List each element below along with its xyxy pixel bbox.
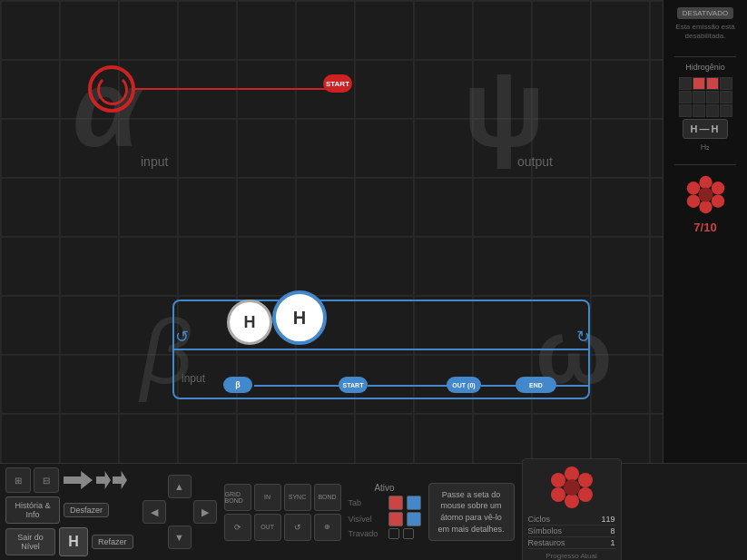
- flower-count: 7/10: [693, 221, 716, 234]
- beta-node-label: β: [235, 380, 241, 389]
- svg-point-12: [551, 473, 565, 487]
- node-start-label: START: [343, 382, 364, 388]
- node-end[interactable]: END: [516, 377, 556, 393]
- arrow-left[interactable]: ◀: [143, 500, 166, 524]
- ativo-row-travado: Travado: [349, 528, 421, 539]
- hh-bond-display: H—H: [683, 119, 729, 139]
- stats-row-ciclos: Ciclos 119: [528, 514, 615, 526]
- step-arrow-1[interactable]: [96, 471, 111, 489]
- hh-cell: [693, 104, 705, 117]
- desfazer-button[interactable]: Desfazer: [64, 503, 109, 517]
- refazer-button[interactable]: Refazer: [92, 535, 133, 549]
- svg-point-5: [686, 182, 699, 194]
- hh-grid: [679, 77, 732, 117]
- arrow-empty-2: [193, 475, 217, 498]
- conn-line-4: [555, 385, 590, 387]
- hh-cell: [679, 91, 692, 103]
- node-beta[interactable]: β: [223, 377, 252, 393]
- play-arrow[interactable]: [64, 471, 93, 489]
- h2-sublabel: H₂: [701, 142, 711, 152]
- action-btn-2[interactable]: IN: [254, 484, 281, 511]
- h-element-box[interactable]: H: [59, 527, 88, 556]
- svg-point-4: [686, 194, 699, 207]
- stats-row-simbolos: Símbolos 8: [528, 526, 615, 537]
- hh-cell: [693, 91, 705, 103]
- circuit-arrow-right: ↻: [576, 327, 590, 347]
- hh-cell: [720, 104, 732, 117]
- hh-cell: [706, 104, 719, 117]
- simbolos-val: 8: [611, 526, 615, 535]
- step-arrow-2[interactable]: [113, 471, 127, 489]
- tab-color-swatch-red[interactable]: [388, 496, 403, 510]
- action-btn-8[interactable]: ⊕: [314, 514, 341, 541]
- action-btn-3[interactable]: SYNC: [284, 484, 311, 511]
- stats-panel: Ciclos 119 Símbolos 8 Restauros 1 Progre…: [522, 458, 622, 561]
- disabled-text: Esta emissão está desabilitada.: [667, 23, 743, 42]
- ciclos-label: Ciclos: [528, 515, 551, 524]
- icon-1[interactable]: ⊞: [5, 467, 31, 493]
- arrow-right[interactable]: ▶: [193, 500, 217, 524]
- arrow-empty-1: [143, 475, 166, 498]
- step-arrows: [96, 471, 127, 489]
- tab-label: Tab: [349, 498, 385, 507]
- node-out[interactable]: OUT (0): [447, 377, 481, 393]
- circuit-arrow-left: ↺: [175, 327, 189, 347]
- arrow-empty-4: [193, 526, 217, 549]
- input-label: input: [141, 154, 168, 169]
- hh-cell: [706, 91, 719, 103]
- toolbar-left: ⊞ ⊟ História & Info Desfazer Sair do Nív…: [5, 467, 133, 556]
- h-atom-white[interactable]: H: [227, 300, 272, 345]
- action-grid: GRID BOND IN SYNC BOND ⟳ OUT ↺ ⊕: [224, 484, 341, 541]
- hh-cell: [720, 77, 732, 90]
- ciclos-val: 119: [601, 515, 614, 524]
- svg-point-11: [551, 487, 565, 502]
- svg-point-10: [565, 494, 579, 508]
- game-area: α ψ ω β input output input START H H ↺ ↻…: [0, 0, 663, 463]
- svg-point-6: [698, 187, 713, 201]
- historia-button[interactable]: História & Info: [5, 496, 60, 524]
- arrow-grid: ▲ ◀ ▶ ▼: [143, 475, 217, 549]
- right-panel: DESATIVADO Esta emissão está desabilitad…: [663, 0, 747, 463]
- sair-button[interactable]: Sair do Nível: [5, 528, 55, 555]
- arrow-up[interactable]: ▲: [168, 475, 192, 498]
- action-btn-5[interactable]: ⟳: [224, 514, 251, 541]
- h-atom-white-label: H: [244, 313, 256, 332]
- action-btn-7[interactable]: ↺: [284, 514, 311, 541]
- conn-line-1: [254, 385, 340, 387]
- ativo-row-visivel: Visível: [349, 512, 421, 526]
- toolbar-icons-row: ⊞ ⊟: [5, 467, 133, 493]
- action-btn-4[interactable]: BOND: [314, 484, 341, 511]
- visivel-swatch-red[interactable]: [388, 512, 403, 526]
- progresso-label: Progresso Atual: [546, 552, 596, 560]
- red-start-node[interactable]: START: [323, 74, 352, 93]
- arrow-down[interactable]: ▼: [168, 526, 192, 549]
- h-atom-blue[interactable]: H: [272, 290, 327, 345]
- hidrogeno-label: Hidrogênio: [685, 63, 725, 72]
- svg-point-7: [565, 467, 579, 481]
- icon-2[interactable]: ⊟: [34, 467, 59, 493]
- svg-point-2: [711, 194, 723, 207]
- tab-color-swatch-blue[interactable]: [407, 496, 421, 510]
- node-start[interactable]: START: [339, 377, 368, 393]
- action-btn-1[interactable]: GRID BOND: [224, 484, 251, 511]
- hh-cell: [679, 77, 692, 90]
- divider-1: [674, 56, 735, 57]
- start-label: START: [326, 80, 349, 88]
- travado-toggle-1[interactable]: [388, 528, 399, 539]
- action-btn-6[interactable]: OUT: [254, 514, 281, 541]
- stats-flower-icon: [549, 465, 595, 510]
- svg-point-1: [711, 182, 723, 194]
- red-circle-input[interactable]: [88, 65, 135, 113]
- visivel-label: Visível: [349, 515, 385, 524]
- circuit-h-line: [174, 349, 588, 350]
- travado-toggle-2[interactable]: [403, 528, 414, 539]
- red-connector-line: [134, 88, 329, 90]
- stats-row-restauros: Restauros 1: [528, 537, 615, 549]
- arrow-empty-3: [143, 526, 166, 549]
- visivel-swatch-blue[interactable]: [407, 512, 421, 526]
- divider-2: [674, 164, 735, 165]
- hh-cell: [679, 104, 692, 117]
- hh-cell: [693, 77, 705, 90]
- conn-line-2: [368, 385, 449, 387]
- output-label: output: [517, 154, 553, 169]
